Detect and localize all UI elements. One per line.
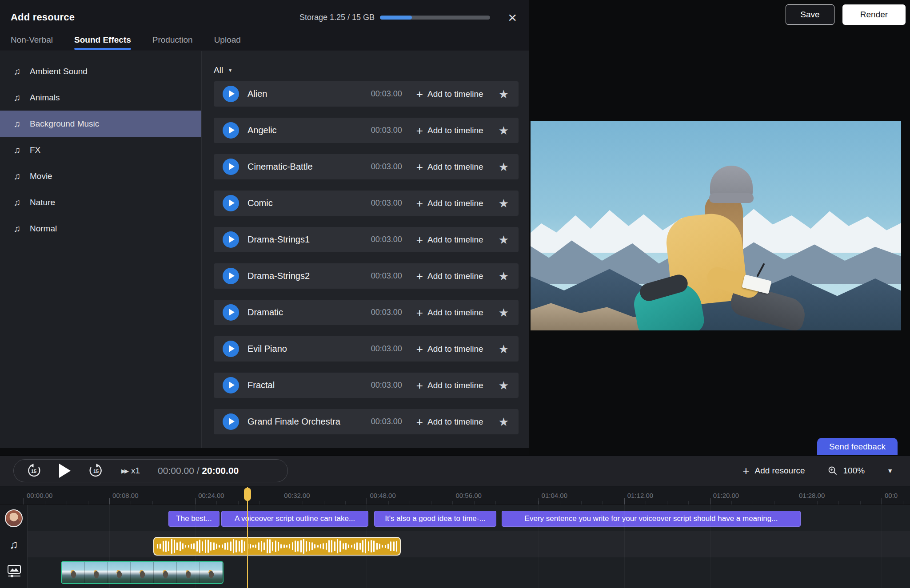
play-icon [229, 163, 235, 170]
tab[interactable]: Production [152, 30, 193, 50]
video-track[interactable] [0, 557, 910, 588]
playback-speed[interactable]: ▶▶ x1 [121, 466, 140, 476]
storage-bar [380, 16, 490, 20]
forward-15-button[interactable]: 15 [88, 463, 104, 478]
sound-row: Fractal 00:03.00 + Add to timeline ★ [214, 373, 519, 398]
grid-line [796, 505, 796, 588]
timeline-ruler[interactable]: 00:00.0000:08.0000:24.0000:32.0000:48.00… [0, 486, 910, 505]
add-to-timeline-button[interactable]: + Add to timeline [416, 89, 483, 99]
play-button[interactable] [223, 304, 239, 321]
ruler-tick: 00:0 [882, 498, 882, 505]
play-button[interactable] [223, 377, 239, 393]
waveform-bar [371, 540, 372, 552]
ruler-tick-label: 00:0 [885, 492, 898, 499]
rewind-15-button[interactable]: 15 [26, 463, 41, 478]
collapse-caret-icon[interactable]: ▼ [887, 467, 893, 474]
waveform-bar [213, 542, 215, 550]
favorite-star-icon[interactable]: ★ [499, 380, 509, 391]
add-to-timeline-button[interactable]: + Add to timeline [416, 162, 483, 172]
sidebar-item[interactable]: ♫ Background Music [0, 111, 201, 137]
play-button-main[interactable] [59, 464, 71, 478]
sound-name: Angelic [247, 125, 371, 135]
waveform-bar [376, 543, 378, 549]
waveform-bar [385, 545, 386, 548]
play-button[interactable] [223, 86, 239, 102]
waveform-bar [258, 542, 259, 550]
sidebar-item[interactable]: ♫ Animals [0, 84, 201, 111]
video-clip[interactable] [61, 561, 224, 584]
render-button[interactable]: Render [842, 4, 906, 25]
add-to-timeline-button[interactable]: + Add to timeline [416, 417, 483, 427]
ruler-tick-label: 00:08.00 [112, 492, 138, 499]
play-button[interactable] [223, 341, 239, 357]
favorite-star-icon[interactable]: ★ [499, 161, 509, 173]
plus-icon: + [416, 199, 423, 208]
zoom-control[interactable]: 100% [827, 465, 865, 476]
waveform-bar [297, 541, 299, 551]
sidebar-item[interactable]: ♫ Nature [0, 189, 201, 215]
play-button[interactable] [223, 413, 239, 430]
waveform-bar [379, 544, 380, 549]
favorite-star-icon[interactable]: ★ [499, 198, 509, 209]
play-button[interactable] [223, 159, 239, 175]
waveform-bar [343, 543, 344, 550]
send-feedback-button[interactable]: Send feedback [817, 438, 898, 455]
add-to-timeline-button[interactable]: + Add to timeline [416, 344, 483, 354]
waveform-bar [176, 542, 178, 550]
add-to-timeline-button[interactable]: + Add to timeline [416, 235, 483, 245]
close-icon[interactable]: × [508, 11, 517, 24]
subtitle-track[interactable]: The best...A voiceover script outline ca… [0, 505, 910, 531]
save-button[interactable]: Save [786, 4, 834, 25]
add-to-timeline-button[interactable]: + Add to timeline [416, 126, 483, 135]
sidebar-item[interactable]: ♫ Normal [0, 215, 201, 242]
person-art [664, 166, 779, 330]
tab[interactable]: Upload [214, 30, 241, 50]
playhead[interactable] [247, 487, 248, 588]
add-to-timeline-button[interactable]: + Add to timeline [416, 308, 483, 318]
music-note-icon: ♫ [12, 145, 22, 155]
waveform-bar [387, 544, 389, 549]
ruler-tick: 00:24.00 [195, 498, 196, 505]
favorite-star-icon[interactable]: ★ [499, 88, 509, 100]
sound-row: Alien 00:03.00 + Add to timeline ★ [214, 81, 519, 107]
waveform-bar [292, 542, 293, 550]
play-button[interactable] [223, 268, 239, 284]
playhead-handle[interactable] [244, 488, 251, 501]
subtitle-clip[interactable]: Every sentence you write for your voiceo… [502, 511, 801, 527]
subtitle-clip[interactable]: A voiceover script outline can take... [221, 511, 368, 527]
plus-icon: + [416, 417, 423, 426]
waveform-bar [337, 539, 338, 553]
add-to-timeline-button[interactable]: + Add to timeline [416, 271, 483, 281]
sidebar-item[interactable]: ♫ Ambient Sound [0, 58, 201, 84]
subtitle-clip[interactable]: The best... [168, 511, 220, 527]
favorite-star-icon[interactable]: ★ [499, 234, 509, 246]
favorite-star-icon[interactable]: ★ [499, 307, 509, 318]
play-button[interactable] [223, 122, 239, 139]
favorite-star-icon[interactable]: ★ [499, 416, 509, 428]
sound-name: Cinematic-Battle [247, 162, 371, 172]
tab[interactable]: Sound Effects [74, 30, 131, 50]
add-resource-panel: Add resource Storage 1.25 / 15 GB × Non-… [0, 0, 529, 448]
ruler-tick: 00:48.00 [367, 498, 367, 505]
add-to-timeline-button[interactable]: + Add to timeline [416, 381, 483, 390]
audio-clip[interactable] [153, 537, 401, 556]
sidebar-item[interactable]: ♫ Movie [0, 163, 201, 189]
audio-track[interactable] [0, 531, 910, 557]
play-button[interactable] [223, 231, 239, 248]
waveform-bar [272, 542, 273, 550]
play-button[interactable] [223, 195, 239, 211]
filter-dropdown[interactable]: All ▼ [214, 65, 232, 75]
favorite-star-icon[interactable]: ★ [499, 343, 509, 355]
add-resource-button[interactable]: + Add resource [742, 466, 805, 476]
tab[interactable]: Non-Verbal [11, 30, 53, 50]
subtitle-clip[interactable]: It's also a good idea to time-... [374, 511, 496, 527]
favorite-star-icon[interactable]: ★ [499, 125, 509, 136]
play-icon [229, 199, 235, 207]
sound-row: Drama-Strings2 00:03.00 + Add to timelin… [214, 263, 519, 289]
favorite-star-icon[interactable]: ★ [499, 270, 509, 282]
add-to-timeline-button[interactable]: + Add to timeline [416, 199, 483, 208]
waveform-bar [165, 540, 167, 552]
narrator-avatar[interactable] [5, 509, 23, 527]
music-note-icon: ♫ [12, 119, 22, 129]
sidebar-item[interactable]: ♫ FX [0, 137, 201, 163]
